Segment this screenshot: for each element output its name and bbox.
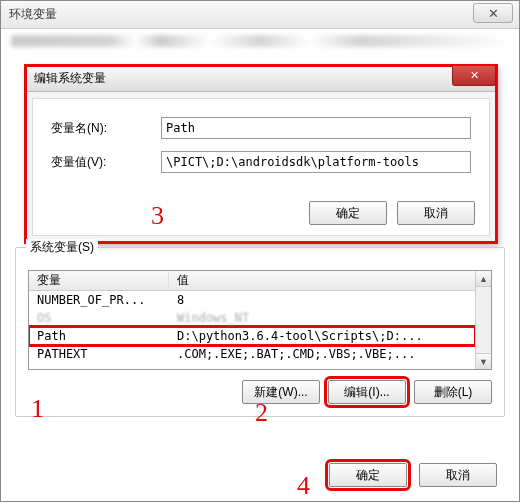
cell-val: .COM;.EXE;.BAT;.CMD;.VBS;.VBE;...	[169, 347, 475, 361]
window-close-button[interactable]: ✕	[473, 3, 513, 23]
dialog-close-button[interactable]: ✕	[452, 66, 496, 86]
main-ok-button[interactable]: 确定	[329, 463, 407, 487]
col-header-val[interactable]: 值	[169, 272, 475, 289]
table-row-path[interactable]: Path D:\python3.6.4-tool\Scripts\;D:...	[29, 327, 475, 345]
main-cancel-button[interactable]: 取消	[419, 463, 497, 487]
blurred-user-vars-header	[11, 35, 509, 47]
var-name-label: 变量名(N):	[51, 120, 161, 137]
dialog-ok-button[interactable]: 确定	[309, 201, 387, 225]
table-scrollbar[interactable]: ▲ ▼	[475, 271, 491, 369]
table-inner: 变量 值 NUMBER_OF_PR... 8 OS Windows_NT Pat…	[29, 271, 475, 369]
var-name-row: 变量名(N):	[51, 117, 471, 139]
cell-val: 8	[169, 293, 475, 307]
system-variables-panel: 系统变量(S) 变量 值 NUMBER_OF_PR... 8 OS Window…	[15, 247, 505, 417]
titlebar: 环境变量 ✕	[1, 1, 519, 29]
system-variables-table: 变量 值 NUMBER_OF_PR... 8 OS Windows_NT Pat…	[28, 270, 492, 370]
edit-system-variable-dialog: 编辑系统变量 ✕ 变量名(N): 变量值(V): 确定 取消	[25, 65, 497, 243]
env-vars-window: 环境变量 ✕ 编辑系统变量 ✕ 变量名(N): 变量值(V): 确定 取消	[0, 0, 520, 502]
scroll-down-icon[interactable]: ▼	[476, 353, 491, 369]
cell-var: OS	[29, 311, 169, 325]
table-row[interactable]: NUMBER_OF_PR... 8	[29, 291, 475, 309]
annotation-4: 4	[297, 471, 310, 501]
cell-var: Path	[29, 329, 169, 343]
var-value-input[interactable]	[161, 151, 471, 173]
table-row[interactable]: OS Windows_NT	[29, 309, 475, 327]
col-header-var[interactable]: 变量	[29, 272, 169, 289]
close-icon: ✕	[470, 69, 479, 82]
main-buttons: 确定 取消	[329, 463, 497, 487]
dialog-cancel-button[interactable]: 取消	[397, 201, 475, 225]
var-value-label: 变量值(V):	[51, 154, 161, 171]
table-row[interactable]: PATHEXT .COM;.EXE;.BAT;.CMD;.VBS;.VBE;..…	[29, 345, 475, 363]
var-name-input[interactable]	[161, 117, 471, 139]
cell-var: PATHEXT	[29, 347, 169, 361]
cell-val: Windows_NT	[169, 311, 475, 325]
dialog-titlebar: 编辑系统变量 ✕	[26, 66, 496, 92]
system-variables-legend: 系统变量(S)	[26, 239, 98, 256]
delete-button[interactable]: 删除(L)	[414, 380, 492, 404]
edit-button[interactable]: 编辑(I)...	[328, 380, 406, 404]
window-title: 环境变量	[9, 6, 57, 23]
dialog-body: 变量名(N): 变量值(V): 确定 取消	[32, 98, 490, 236]
dialog-buttons: 确定 取消	[309, 201, 475, 225]
var-value-row: 变量值(V):	[51, 151, 471, 173]
new-button[interactable]: 新建(W)...	[242, 380, 320, 404]
scroll-up-icon[interactable]: ▲	[476, 271, 491, 287]
table-buttons: 新建(W)... 编辑(I)... 删除(L)	[28, 380, 492, 404]
dialog-title: 编辑系统变量	[34, 70, 106, 87]
table-header: 变量 值	[29, 271, 475, 291]
cell-var: NUMBER_OF_PR...	[29, 293, 169, 307]
close-icon: ✕	[488, 6, 499, 21]
cell-val: D:\python3.6.4-tool\Scripts\;D:...	[169, 329, 475, 343]
